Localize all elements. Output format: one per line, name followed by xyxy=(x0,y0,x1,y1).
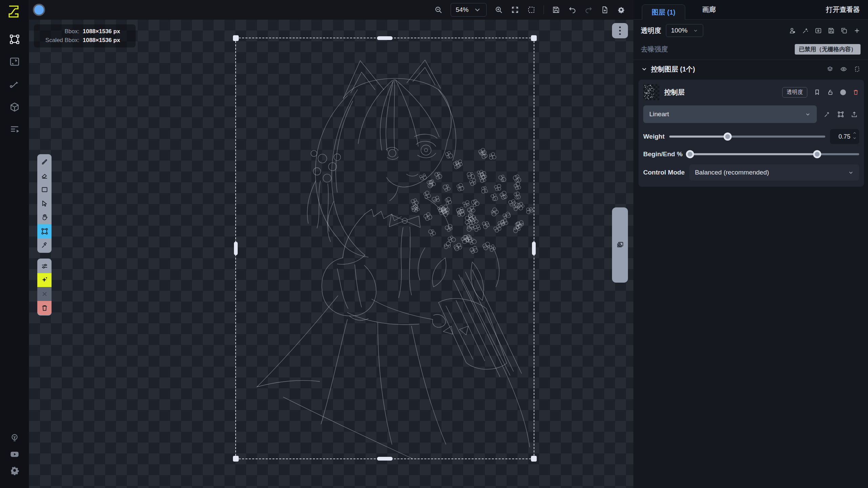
bbox-handle-top[interactable] xyxy=(377,36,393,40)
bbox-handle-right[interactable] xyxy=(532,242,536,255)
filter-wand-icon[interactable] xyxy=(802,27,809,34)
control-mode-select[interactable]: Balanced (recommended) xyxy=(689,164,859,181)
bbox-handle-bottom-right[interactable] xyxy=(531,456,537,462)
weight-slider-handle[interactable] xyxy=(724,133,732,141)
fit-layer-icon[interactable] xyxy=(815,27,822,34)
chevron-down-icon[interactable] xyxy=(641,66,648,73)
control-layer-card[interactable]: 控制层 透明度 Lineart xyxy=(638,80,864,187)
bbox-handle-top-right[interactable] xyxy=(531,35,537,41)
zoom-out-button[interactable] xyxy=(434,6,442,14)
begin-end-start-handle[interactable] xyxy=(686,150,694,158)
weight-label: Weight xyxy=(643,133,665,140)
control-layers-header: 控制图层 (1个) xyxy=(633,60,868,78)
tab-models[interactable] xyxy=(8,100,21,114)
youtube-icon[interactable] xyxy=(8,447,21,461)
layer-name[interactable]: 控制层 xyxy=(664,88,685,97)
chevron-down-icon xyxy=(473,6,481,14)
undo-button[interactable] xyxy=(568,6,576,14)
save-canvas-button[interactable] xyxy=(552,6,560,14)
begin-end-end-handle[interactable] xyxy=(813,150,821,158)
zoom-level-select[interactable]: 54% xyxy=(451,3,487,17)
bbox-handle-top-left[interactable] xyxy=(233,35,239,41)
control-model-select[interactable]: Lineart xyxy=(643,105,817,123)
canvas-menu-button[interactable] xyxy=(612,23,628,38)
new-canvas-button[interactable] xyxy=(601,6,609,14)
zoom-level-value: 54% xyxy=(456,6,469,14)
bbox-handle-bottom-left[interactable] xyxy=(233,456,239,462)
begin-end-slider[interactable] xyxy=(687,150,859,158)
bbox-tool-button[interactable] xyxy=(527,6,535,14)
denoise-disabled-badge: 已禁用（无栅格内容） xyxy=(795,44,861,55)
filters-button[interactable] xyxy=(37,259,52,273)
toolbar-divider xyxy=(544,5,544,14)
chevron-down-icon xyxy=(848,170,854,176)
tab-layers[interactable]: 图层 (1) xyxy=(642,4,685,20)
invoke-logo-icon[interactable] xyxy=(6,3,23,20)
duplicate-icon[interactable] xyxy=(841,27,848,34)
canvas-settings-button[interactable] xyxy=(617,6,625,14)
tab-gallery[interactable]: 画廊 xyxy=(685,0,733,19)
fit-to-view-button[interactable] xyxy=(511,6,519,14)
canvas-viewport[interactable]: Bbox:1088×1536 px Scaled Bbox:1088×1536 … xyxy=(29,20,633,488)
rectangle-tool[interactable] xyxy=(37,183,52,197)
bookmark-icon[interactable] xyxy=(814,89,821,96)
bbox-handle-bottom[interactable] xyxy=(377,457,393,461)
canvas-workspace: 54% xyxy=(29,0,633,488)
color-swatch[interactable] xyxy=(33,4,45,16)
chevron-down-icon xyxy=(805,111,811,117)
bbox-value: 1088×1536 px xyxy=(83,27,120,36)
tab-upscaling[interactable] xyxy=(8,55,21,68)
denoise-row: 去噪强度 已禁用（无栅格内容） xyxy=(633,41,868,57)
delete-button[interactable] xyxy=(37,301,52,315)
stepper-up-icon[interactable] xyxy=(852,131,857,135)
move-tool[interactable] xyxy=(37,197,52,210)
pan-tool[interactable] xyxy=(37,210,52,224)
brush-tool[interactable] xyxy=(37,155,52,169)
opacity-value: 100% xyxy=(671,27,688,34)
bbox-handle-left[interactable] xyxy=(234,242,238,255)
tool-palette xyxy=(37,154,52,253)
generation-bbox[interactable] xyxy=(235,38,534,459)
begin-end-slider-fill xyxy=(687,153,817,155)
visibility-eye-icon[interactable] xyxy=(840,66,847,73)
cancel-button[interactable] xyxy=(37,287,52,301)
tab-workflows[interactable] xyxy=(8,77,21,91)
zoom-in-button[interactable] xyxy=(495,6,503,14)
weight-row: Weight 0.75 xyxy=(643,129,859,144)
weight-slider[interactable] xyxy=(669,133,825,141)
canvas-toolbar: 54% xyxy=(29,0,633,20)
layer-thumbnail[interactable] xyxy=(643,84,659,100)
generate-button[interactable] xyxy=(37,273,52,287)
gallery-drawer-handle[interactable] xyxy=(612,207,628,283)
add-layer-icon[interactable] xyxy=(853,27,861,34)
support-icon[interactable] xyxy=(8,431,21,445)
process-wand-icon[interactable] xyxy=(824,111,831,118)
denoise-label: 去噪强度 xyxy=(641,45,668,54)
transform-bbox-icon[interactable] xyxy=(837,111,844,118)
opacity-select[interactable]: 100% xyxy=(666,24,703,37)
eraser-tool[interactable] xyxy=(37,169,52,183)
select-bbox-icon[interactable] xyxy=(854,66,861,73)
weight-input[interactable]: 0.75 xyxy=(830,129,859,144)
eyedropper-tool[interactable] xyxy=(37,238,52,252)
save-layer-icon[interactable] xyxy=(828,27,835,34)
bbox-tool[interactable] xyxy=(37,224,52,238)
upload-icon[interactable] xyxy=(851,111,858,118)
tab-queue[interactable] xyxy=(8,123,21,136)
opacity-label: 透明度 xyxy=(641,26,661,35)
layer-enabled-toggle[interactable] xyxy=(840,89,846,95)
scaled-bbox-label: Scaled Bbox: xyxy=(39,36,83,45)
settings-gear-icon[interactable] xyxy=(8,464,21,477)
unlock-icon[interactable] xyxy=(827,89,834,96)
stepper-down-icon[interactable] xyxy=(852,136,857,140)
layers-stack-icon[interactable] xyxy=(827,66,833,73)
blend-mode-chip[interactable]: 透明度 xyxy=(782,87,807,98)
delete-layer-icon[interactable] xyxy=(852,89,859,96)
scaled-bbox-value: 1088×1536 px xyxy=(83,36,120,45)
begin-end-label: Begin/End % xyxy=(643,150,683,158)
open-viewer-button[interactable]: 打开查看器 xyxy=(826,0,868,19)
redo-button[interactable] xyxy=(585,6,593,14)
merge-layers-icon[interactable] xyxy=(789,27,796,34)
bbox-info-overlay: Bbox:1088×1536 px Scaled Bbox:1088×1536 … xyxy=(34,24,136,47)
tab-canvas[interactable] xyxy=(8,33,21,46)
